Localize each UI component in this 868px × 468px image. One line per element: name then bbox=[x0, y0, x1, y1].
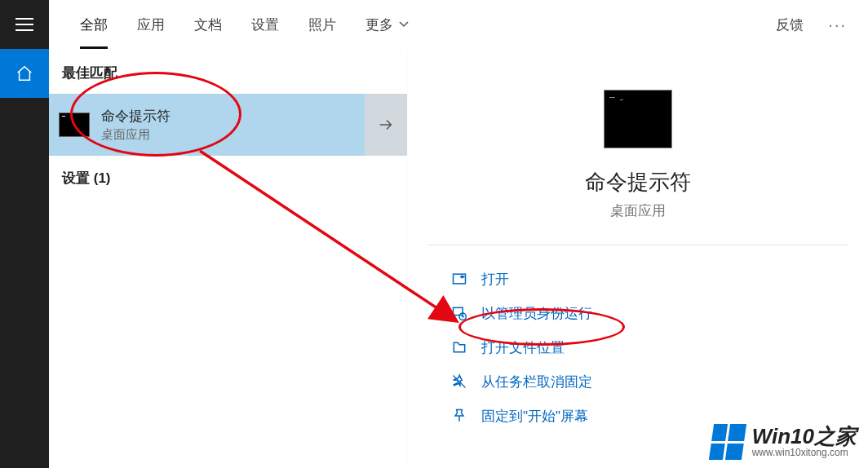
open-icon bbox=[450, 270, 468, 288]
action-admin-label: 以管理员身份运行 bbox=[481, 304, 592, 323]
action-run-as-admin[interactable]: 以管理员身份运行 bbox=[427, 296, 848, 330]
action-unpin-taskbar[interactable]: 从任务栏取消固定 bbox=[427, 364, 848, 399]
tab-settings[interactable]: 设置 bbox=[237, 0, 294, 49]
pin-icon bbox=[450, 407, 468, 425]
action-open-file-location[interactable]: 打开文件位置 bbox=[427, 330, 848, 364]
results-column: 最佳匹配 命令提示符 桌面应用 设置 (1) bbox=[49, 49, 408, 468]
hamburger-icon bbox=[16, 18, 33, 31]
preview-column: 命令提示符 桌面应用 打开 以管理员身份运行 打开文件位置 bbox=[408, 49, 868, 468]
settings-section-header: 设置 (1) bbox=[49, 156, 407, 199]
tab-photos[interactable]: 照片 bbox=[294, 0, 351, 49]
tab-docs[interactable]: 文档 bbox=[179, 0, 237, 49]
action-open-label: 打开 bbox=[481, 270, 509, 289]
home-icon bbox=[16, 64, 33, 82]
folder-icon bbox=[450, 338, 468, 356]
top-tabs-bar: 全部 应用 文档 设置 照片 更多 反馈 ··· bbox=[49, 0, 868, 49]
action-pin-label: 固定到"开始"屏幕 bbox=[481, 407, 588, 426]
more-options-button[interactable]: ··· bbox=[823, 15, 852, 34]
header-right-actions: 反馈 ··· bbox=[769, 15, 852, 34]
main-area: 最佳匹配 命令提示符 桌面应用 设置 (1) 命令提示符 桌面应用 打开 bbox=[49, 49, 868, 468]
result-text: 命令提示符 桌面应用 bbox=[101, 107, 397, 143]
feedback-button[interactable]: 反馈 bbox=[769, 15, 810, 34]
tab-apps[interactable]: 应用 bbox=[122, 0, 179, 49]
svg-rect-0 bbox=[454, 274, 466, 284]
best-match-header: 最佳匹配 bbox=[49, 49, 407, 94]
action-unpin-label: 从任务栏取消固定 bbox=[481, 373, 592, 391]
watermark-title: Win10之家 bbox=[752, 426, 857, 447]
result-item-cmd[interactable]: 命令提示符 桌面应用 bbox=[49, 94, 407, 156]
preview-app-icon bbox=[604, 90, 672, 148]
watermark: Win10之家 www.win10xitong.com bbox=[708, 424, 857, 460]
result-expand-button[interactable] bbox=[365, 94, 407, 156]
action-location-label: 打开文件位置 bbox=[481, 338, 565, 357]
actions-list: 打开 以管理员身份运行 打开文件位置 从任务栏取消固定 bbox=[427, 262, 848, 433]
arrow-right-icon bbox=[377, 116, 395, 134]
home-button[interactable] bbox=[0, 49, 49, 98]
category-tabs: 全部 应用 文档 设置 照片 更多 bbox=[65, 0, 424, 49]
windows-logo-icon bbox=[706, 424, 746, 460]
admin-icon bbox=[450, 304, 468, 322]
chevron-down-icon bbox=[398, 20, 410, 29]
left-rail bbox=[0, 0, 49, 468]
tab-more-label: 更多 bbox=[365, 15, 393, 34]
hamburger-button[interactable] bbox=[0, 0, 49, 49]
tab-more[interactable]: 更多 bbox=[351, 0, 424, 49]
preview-subtitle: 桌面应用 bbox=[610, 201, 666, 220]
result-title: 命令提示符 bbox=[101, 107, 397, 126]
tab-all[interactable]: 全部 bbox=[65, 0, 122, 49]
divider bbox=[427, 245, 848, 245]
cmd-app-icon bbox=[59, 113, 90, 137]
watermark-url: www.win10xitong.com bbox=[752, 447, 857, 458]
unpin-icon bbox=[450, 373, 468, 391]
preview-title: 命令提示符 bbox=[585, 168, 691, 196]
result-subtitle: 桌面应用 bbox=[101, 127, 397, 143]
action-open[interactable]: 打开 bbox=[427, 262, 848, 296]
